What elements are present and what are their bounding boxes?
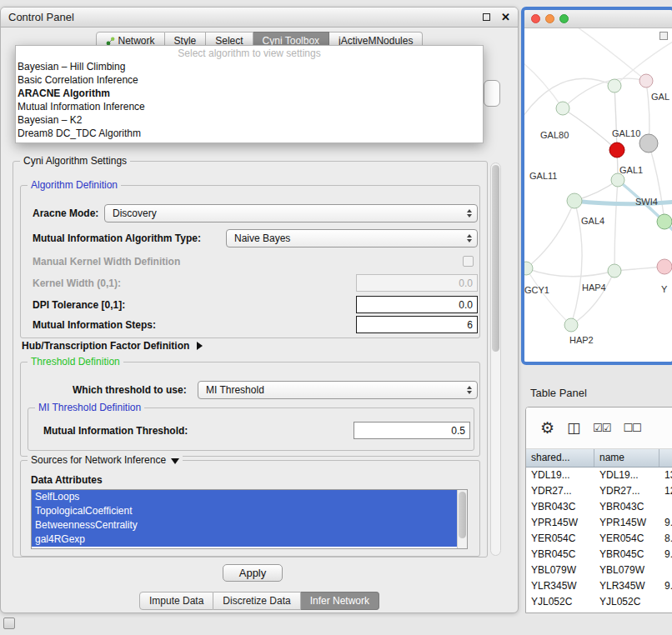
sources-group-title[interactable]: Sources for Network Inference xyxy=(28,454,183,466)
control-panel-titlebar[interactable]: Control Panel ✕ xyxy=(1,8,518,28)
gear-icon[interactable]: ⚙ xyxy=(540,418,554,438)
network-edge[interactable] xyxy=(614,180,618,271)
network-node[interactable] xyxy=(556,102,569,115)
columns-icon[interactable]: ◫ xyxy=(567,419,580,437)
network-edge[interactable] xyxy=(563,108,617,150)
network-edge[interactable] xyxy=(526,201,574,268)
close-traffic-light-icon[interactable] xyxy=(531,14,540,23)
node-label: GAL80 xyxy=(540,130,569,140)
sources-group: Sources for Network Inference Data Attri… xyxy=(20,460,480,557)
network-edge[interactable] xyxy=(574,28,646,81)
table-toolbar: ⚙ ◫ ☑☑ ☐☐ xyxy=(526,408,672,449)
zoom-traffic-light-icon[interactable] xyxy=(559,14,569,23)
table-column-header[interactable]: shared... xyxy=(526,449,594,467)
network-node[interactable] xyxy=(657,259,672,274)
float-window-icon[interactable] xyxy=(483,13,490,21)
table-row[interactable]: YBL079WYBL079W xyxy=(526,562,672,578)
birdseye-toggle-icon[interactable] xyxy=(659,32,668,40)
settings-scrollbar[interactable] xyxy=(490,162,501,556)
which-threshold-select[interactable]: MI Threshold xyxy=(198,381,478,399)
algorithm-option-bayesian-k2[interactable]: Bayesian – K2 xyxy=(16,113,483,127)
manual-kernel-width-checkbox[interactable] xyxy=(463,256,474,267)
mi-threshold-input[interactable] xyxy=(354,422,470,439)
table-row[interactable]: YPR145WYPR145W9. xyxy=(526,515,672,531)
data-attributes-list[interactable]: SelfLoopsTopologicalCoefficientBetweenne… xyxy=(31,489,468,549)
table-cell: YBL079W xyxy=(526,562,594,578)
expand-right-triangle-icon[interactable] xyxy=(197,342,203,350)
network-edge[interactable] xyxy=(614,86,617,150)
close-window-icon[interactable]: ✕ xyxy=(501,12,510,22)
table-column-header[interactable] xyxy=(659,449,672,467)
node-label: HAP2 xyxy=(569,335,594,345)
attribute-list-item[interactable]: SelfLoops xyxy=(32,490,459,504)
scrollbar-thumb[interactable] xyxy=(492,165,499,352)
network-edge[interactable] xyxy=(524,60,563,108)
network-node[interactable] xyxy=(608,264,621,278)
kernel-width-input[interactable] xyxy=(356,274,478,292)
attribute-list-item[interactable]: TopologicalCoefficient xyxy=(32,504,459,518)
node-label: GAL11 xyxy=(529,171,557,181)
table-row[interactable]: YLR345WYLR345W9. xyxy=(526,578,672,594)
table-row[interactable]: YDL19...YDL19...13 xyxy=(526,468,672,483)
network-node[interactable] xyxy=(609,142,624,158)
table-body: YDL19...YDL19...13YDR27...YDR27...12YBR0… xyxy=(526,468,672,610)
network-node[interactable] xyxy=(608,79,621,92)
scrollbar-thumb[interactable] xyxy=(459,492,466,538)
which-threshold-label: Which threshold to use: xyxy=(73,384,187,396)
table-cell: YJL052C xyxy=(594,594,659,610)
attribute-list-item[interactable]: gal4RGexp xyxy=(32,532,459,547)
table-row[interactable]: YJL052CYJL052C xyxy=(526,594,672,610)
table-cell: 13 xyxy=(659,468,672,483)
table-panel-window: ⚙ ◫ ☑☑ ☐☐ shared...name YDL19...YDL19...… xyxy=(525,407,672,613)
dock-panel-icon[interactable] xyxy=(3,618,15,629)
algorithm-option-aracne-algorithm[interactable]: ARACNE Algorithm xyxy=(16,87,483,100)
clear-all-checkboxes-icon[interactable]: ☐☐ xyxy=(623,422,640,434)
network-node[interactable] xyxy=(611,173,624,187)
table-cell: YER054C xyxy=(594,531,659,547)
dpi-tolerance-label: DPI Tolerance [0,1]: xyxy=(33,299,125,311)
minimize-traffic-light-icon[interactable] xyxy=(545,14,554,23)
algorithm-option-basic-correlation-inference[interactable]: Basic Correlation Inference xyxy=(16,73,483,87)
apply-button[interactable]: Apply xyxy=(223,564,283,582)
dpi-tolerance-input[interactable] xyxy=(356,296,478,313)
network-node[interactable] xyxy=(639,74,653,88)
data-attributes-label: Data Attributes xyxy=(31,474,103,486)
tab-discretize-data[interactable]: Discretize Data xyxy=(213,592,300,610)
aracne-mode-value: Discovery xyxy=(113,208,157,219)
algorithm-option-dream8-dc-tdc-algorithm[interactable]: Dream8 DC_TDC Algorithm xyxy=(16,127,483,140)
hub-definition-toggle[interactable]: Hub/Transcription Factor Definition xyxy=(22,340,203,352)
network-edge[interactable] xyxy=(563,78,646,108)
network-window-titlebar[interactable] xyxy=(524,10,672,28)
attribute-list-item[interactable]: BetweennessCentrality xyxy=(32,518,459,532)
table-column-header[interactable]: name xyxy=(594,449,659,467)
network-node[interactable] xyxy=(657,214,672,229)
algorithm-option-bayesian-hill-climbing[interactable]: Bayesian – Hill Climbing xyxy=(16,60,483,73)
combo-arrows-icon xyxy=(464,384,474,396)
table-cell: YBR043C xyxy=(526,499,594,515)
algorithm-option-mutual-information-inference[interactable]: Mutual Information Inference xyxy=(16,100,483,113)
table-row[interactable]: YBR043CYBR043C xyxy=(526,499,672,515)
attributes-list-scrollbar[interactable] xyxy=(457,490,467,548)
mi-steps-label: Mutual Information Steps: xyxy=(33,319,156,331)
mi-algorithm-type-select[interactable]: Naive Bayes xyxy=(226,229,478,248)
tab-impute-data[interactable]: Impute Data xyxy=(139,592,213,610)
table-row[interactable]: YER054CYER054C8. xyxy=(526,531,672,547)
network-view-window: GALGAL80GAL10GAL11GAL1SWI4GAL4GCY1HAP4YH… xyxy=(521,7,672,365)
network-node[interactable] xyxy=(639,134,658,152)
network-canvas[interactable]: GALGAL80GAL10GAL11GAL1SWI4GAL4GCY1HAP4YH… xyxy=(524,28,672,362)
network-edge[interactable] xyxy=(526,268,614,277)
collapse-down-triangle-icon[interactable] xyxy=(171,458,179,464)
table-cell: 8. xyxy=(659,531,672,547)
tab-infer-network[interactable]: Infer Network xyxy=(301,592,379,610)
select-all-checkboxes-icon[interactable]: ☑☑ xyxy=(593,422,610,434)
mi-algorithm-type-label: Mutual Information Algorithm Type: xyxy=(33,232,201,244)
algorithm-definition-title: Algorithm Definition xyxy=(28,179,121,191)
table-row[interactable]: YDR27...YDR27...12 xyxy=(526,483,672,499)
mi-steps-input[interactable] xyxy=(356,316,478,333)
tab-label: Discretize Data xyxy=(223,595,290,607)
aracne-mode-select[interactable]: Discovery xyxy=(104,204,478,222)
network-node[interactable] xyxy=(567,193,582,208)
network-node[interactable] xyxy=(564,318,578,332)
table-cell: 9. xyxy=(659,515,672,531)
table-row[interactable]: YBR045CYBR045C9. xyxy=(526,547,672,562)
